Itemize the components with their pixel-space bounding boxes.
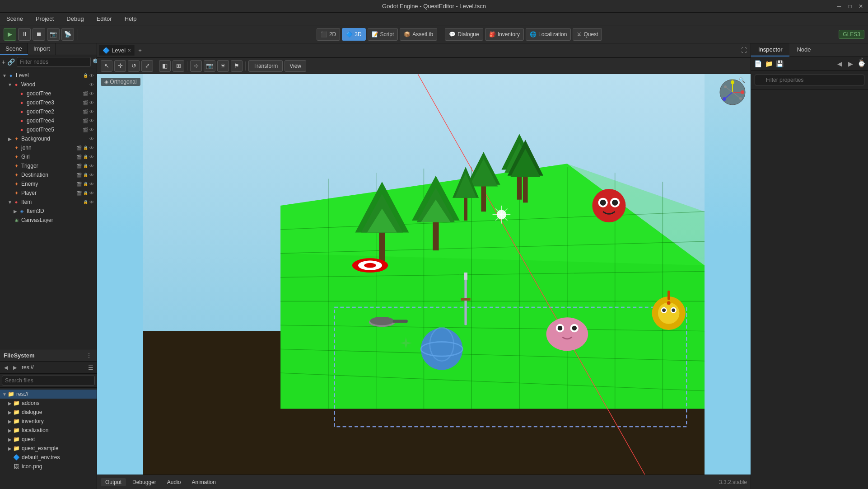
lock-icon-item[interactable]: 🔒 [82, 199, 89, 205]
fs-item-quest[interactable]: ▶ 📁 quest [0, 435, 97, 444]
fs-item-res[interactable]: ▼ 📁 res:// [0, 390, 97, 399]
vt-local-button[interactable]: ◧ [159, 60, 171, 72]
fs-item-icon[interactable]: 🖼 icon.png [0, 462, 97, 471]
fs-options-button[interactable]: ☰ [87, 363, 95, 371]
tab-scene[interactable]: Scene [0, 43, 28, 55]
menu-help[interactable]: Help [122, 14, 140, 23]
inspector-file-button[interactable]: 📄 [753, 59, 763, 69]
viewport-expand-button[interactable]: ⛶ [739, 46, 749, 56]
ortho-label[interactable]: ◈ Orthogonal [101, 78, 140, 86]
menu-scene[interactable]: Scene [4, 14, 26, 23]
toolbar-2d-button[interactable]: ⬛ 2D [317, 28, 340, 41]
toolbar-assetlib-button[interactable]: 📦 AssetLib [400, 28, 437, 41]
menu-debug[interactable]: Debug [64, 14, 86, 23]
eye-icon-godottree3[interactable]: 👁 [89, 99, 95, 106]
vt-move-button[interactable]: ✛ [114, 60, 126, 72]
tree-item-godottree[interactable]: ● godotTree 🎬 👁 [0, 89, 97, 98]
film-icon-trigger[interactable]: 🎬 [76, 163, 82, 169]
tree-item-enemy[interactable]: ✦ Enemy 🎬 🔒 👁 [0, 179, 97, 188]
remote-button[interactable]: 📡 [61, 28, 74, 41]
toolbar-dialogue-button[interactable]: 💬 Dialogue [445, 28, 483, 41]
vt-rotate-button[interactable]: ↺ [128, 60, 140, 72]
film-icon-destination[interactable]: 🎬 [76, 172, 82, 178]
minimize-button[interactable]: ─ [835, 3, 843, 10]
tree-item-destination[interactable]: ✦ Destination 🎬 🔒 👁 [0, 170, 97, 179]
vt-global-button[interactable]: ⊞ [173, 60, 184, 72]
maximize-button[interactable]: □ [846, 3, 854, 10]
vt-snap-button[interactable]: ⊹ [190, 60, 202, 72]
lock-icon-level[interactable]: 🔒 [82, 72, 89, 79]
tree-item-wood[interactable]: ▼ ● Wood 👁 [0, 80, 97, 89]
inspector-expand-button[interactable]: ⤢ [856, 54, 866, 64]
vt-flag-button[interactable]: ⚑ [231, 60, 243, 72]
fs-search-input[interactable] [2, 376, 95, 386]
eye-icon-enemy[interactable]: 👁 [89, 181, 95, 187]
fs-item-quest-example[interactable]: ▶ 📁 quest_example [0, 444, 97, 453]
eye-icon-godottree2[interactable]: 👁 [89, 108, 95, 115]
eye-icon-godottree4[interactable]: 👁 [89, 118, 95, 124]
fs-item-addons[interactable]: ▶ 📁 addons [0, 399, 97, 408]
level-tab-close[interactable]: ✕ [127, 48, 131, 53]
lock-icon-john[interactable]: 🔒 [82, 145, 89, 151]
film-icon-player[interactable]: 🎬 [76, 190, 82, 196]
eye-icon-trigger[interactable]: 👁 [89, 163, 95, 169]
bottom-tab-audio[interactable]: Audio [163, 478, 186, 486]
lock-icon-enemy[interactable]: 🔒 [82, 181, 89, 187]
eye-icon-wood[interactable]: 👁 [89, 81, 95, 88]
bottom-tab-animation[interactable]: Animation [187, 478, 220, 486]
vt-view-button[interactable]: View [285, 60, 306, 72]
fs-item-default-env[interactable]: 🔷 default_env.tres [0, 453, 97, 462]
tree-item-background[interactable]: ▶ ✦ Background 👁 [0, 134, 97, 143]
inspector-back-button[interactable]: ◀ [835, 59, 845, 69]
menu-editor[interactable]: Editor [94, 14, 115, 23]
fs-item-dialogue[interactable]: ▶ 📁 dialogue [0, 408, 97, 417]
film-icon-godottree3[interactable]: 🎬 [82, 99, 89, 106]
film-icon-girl[interactable]: 🎬 [76, 154, 82, 160]
eye-icon-destination[interactable]: 👁 [89, 172, 95, 178]
toolbar-localization-button[interactable]: 🌐 Localization [526, 28, 571, 41]
film-icon-enemy[interactable]: 🎬 [76, 181, 82, 187]
fs-back-button[interactable]: ◀ [2, 363, 10, 371]
tab-level[interactable]: 🔷 Level ✕ [99, 45, 135, 56]
filter-properties-input[interactable] [755, 75, 864, 85]
eye-icon-player[interactable]: 👁 [89, 190, 95, 196]
vt-select-button[interactable]: ↖ [101, 60, 112, 72]
lock-icon-trigger[interactable]: 🔒 [82, 163, 89, 169]
lock-icon-girl[interactable]: 🔒 [82, 154, 89, 160]
eye-icon-item[interactable]: 👁 [89, 199, 95, 205]
lock-icon-player[interactable]: 🔒 [82, 190, 89, 196]
instance-button[interactable]: 🔗 [7, 57, 15, 67]
fs-item-localization[interactable]: ▶ 📁 localization [0, 426, 97, 435]
eye-icon-godottree[interactable]: 👁 [89, 90, 95, 97]
vt-scale-button[interactable]: ⤢ [141, 60, 153, 72]
stop-button[interactable]: ⏹ [33, 28, 45, 41]
fs-item-inventory[interactable]: ▶ 📁 inventory [0, 417, 97, 426]
tree-item-canvaslayer[interactable]: ⊞ CanvasLayer [0, 216, 97, 225]
toolbar-inventory-button[interactable]: 🎒 Inventory [485, 28, 524, 41]
tree-item-girl[interactable]: ✦ Girl 🎬 🔒 👁 [0, 152, 97, 161]
vt-transform-button[interactable]: Transform [248, 60, 283, 72]
toolbar-quest-button[interactable]: ⚔ Quest [573, 28, 602, 41]
close-button[interactable]: ✕ [857, 3, 864, 10]
play-button[interactable]: ▶ [4, 28, 16, 41]
tree-item-player[interactable]: ✦ Player 🎬 🔒 👁 [0, 188, 97, 197]
lock-icon-destination[interactable]: 🔒 [82, 172, 89, 178]
eye-icon-background[interactable]: 👁 [89, 136, 95, 142]
tree-item-item3d[interactable]: ▶ ◈ Item3D [0, 207, 97, 216]
pause-button[interactable]: ⏸ [18, 28, 31, 41]
tree-item-level[interactable]: ▼ ● Level 🔒 👁 [0, 71, 97, 80]
inspector-forward-button[interactable]: ▶ [845, 59, 855, 69]
add-tab-button[interactable]: + [135, 46, 145, 56]
eye-icon-girl[interactable]: 👁 [89, 154, 95, 160]
camera-button[interactable]: 📷 [47, 28, 60, 41]
film-icon-john[interactable]: 🎬 [76, 145, 82, 151]
tree-item-trigger[interactable]: ✦ Trigger 🎬 🔒 👁 [0, 161, 97, 170]
toolbar-script-button[interactable]: 📝 Script [368, 28, 398, 41]
fs-forward-button[interactable]: ▶ [11, 363, 19, 371]
tab-node[interactable]: Node [789, 43, 818, 56]
toolbar-3d-button[interactable]: 🔷 3D [342, 28, 365, 41]
tab-inspector[interactable]: Inspector [751, 43, 789, 56]
tree-item-godottree4[interactable]: ● godotTree4 🎬 👁 [0, 116, 97, 125]
vt-camera-button[interactable]: 📷 [204, 60, 215, 72]
vt-sun-button[interactable]: ☀ [217, 60, 229, 72]
